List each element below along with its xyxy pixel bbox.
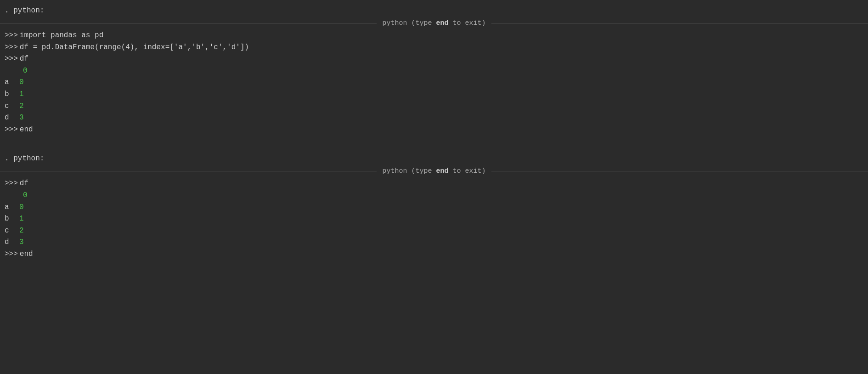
code-line: d3 (5, 237, 863, 249)
output-value: 0 (23, 190, 28, 202)
output-value: 0 (19, 77, 24, 89)
code-line: >>> end (5, 249, 863, 261)
header-text: python (type end to exit) (377, 167, 491, 175)
header-left-line (0, 171, 377, 171)
output-index: d (5, 237, 14, 249)
prompt-symbol: >>> (5, 42, 18, 54)
code-line: c2 (5, 225, 863, 237)
code-line: b1 (5, 89, 863, 101)
terminal-container: . python:python (type end to exit)>>> im… (0, 0, 868, 269)
prompt-symbol: >>> (5, 249, 18, 261)
output-index: b (5, 213, 14, 225)
code-text: end (20, 124, 33, 136)
header-left-line (0, 23, 377, 23)
code-line: 0 (5, 190, 863, 202)
block-divider (0, 269, 868, 269)
output-value: 3 (19, 112, 24, 124)
output-index: c (5, 101, 14, 113)
header-text: python (type end to exit) (377, 19, 491, 27)
output-index: a (5, 77, 14, 89)
code-line: >>> df (5, 53, 863, 65)
code-line: >>> df = pd.DataFrame(range(4), index=['… (5, 42, 863, 54)
output-index: a (5, 202, 14, 214)
code-line: 0 (5, 65, 863, 77)
output-value: 0 (19, 202, 24, 214)
code-text: end (20, 249, 33, 261)
code-line: c2 (5, 101, 863, 113)
header-right-line (491, 23, 868, 23)
code-line: d3 (5, 112, 863, 124)
code-area: >>> df0a0b1c2d3>>> end (0, 176, 868, 265)
code-line: >>> df (5, 178, 863, 190)
code-line: >>> import pandas as pd (5, 30, 863, 42)
output-value: 2 (19, 101, 24, 113)
code-line: a0 (5, 202, 863, 214)
prompt-symbol: >>> (5, 30, 18, 42)
output-value: 1 (19, 89, 24, 101)
terminal-block-2: . python:python (type end to exit)>>> df… (0, 148, 868, 269)
output-value: 0 (23, 65, 28, 77)
prompt-symbol: >>> (5, 53, 18, 65)
prompt-symbol: >>> (5, 124, 18, 136)
prompt-symbol: >>> (5, 178, 18, 190)
output-index: b (5, 89, 14, 101)
output-value: 3 (19, 237, 24, 249)
code-area: >>> import pandas as pd>>> df = pd.DataF… (0, 28, 868, 140)
code-text: df (20, 178, 28, 190)
code-line: b1 (5, 213, 863, 225)
python-label: . python: (0, 152, 868, 165)
code-text: import pandas as pd (20, 30, 103, 42)
code-line: >>> end (5, 124, 863, 136)
python-header: python (type end to exit) (0, 19, 868, 27)
output-index: d (5, 112, 14, 124)
terminal-block-1: . python:python (type end to exit)>>> im… (0, 0, 868, 144)
code-line: a0 (5, 77, 863, 89)
output-index: c (5, 225, 14, 237)
output-value: 2 (19, 225, 24, 237)
code-text: df (20, 53, 28, 65)
header-right-line (491, 171, 868, 171)
python-label: . python: (0, 4, 868, 17)
python-header: python (type end to exit) (0, 167, 868, 175)
output-value: 1 (19, 213, 24, 225)
code-text: df = pd.DataFrame(range(4), index=['a','… (20, 42, 249, 54)
block-divider (0, 144, 868, 144)
